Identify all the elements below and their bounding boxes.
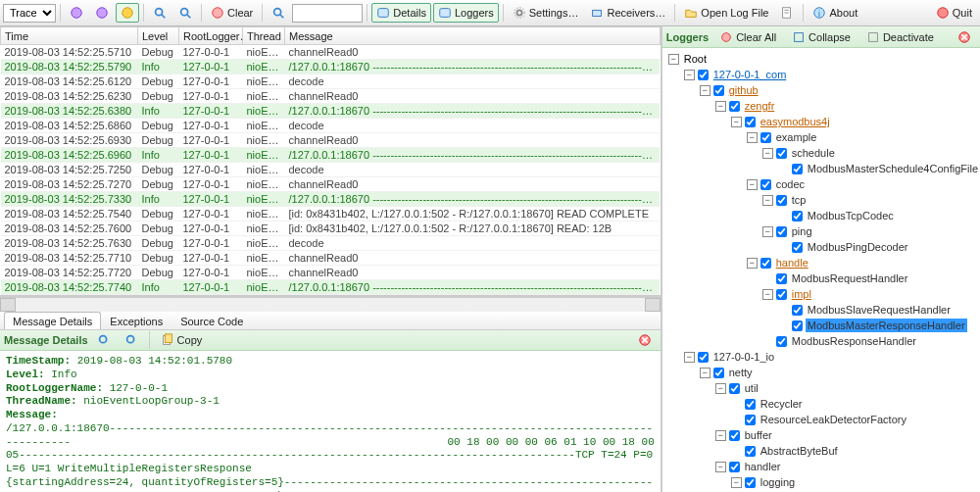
tree-checkbox[interactable] [760,132,771,143]
tree-label[interactable]: 127-0-0-1_com [711,68,789,81]
tree-node[interactable]: −tcp [662,192,980,208]
tree-toggle-icon[interactable]: − [684,352,695,363]
tree-toggle-icon[interactable]: − [715,430,726,441]
tree-node[interactable]: −127-0-0-1_io [662,349,980,365]
tree-node[interactable]: −example [662,129,980,145]
tree-checkbox[interactable] [713,85,724,96]
logger-tree[interactable]: −Root−127-0-0-1_com−github−zengfr−easymo… [662,48,980,492]
tree-toggle-icon[interactable]: − [715,101,726,112]
tree-label[interactable]: logging [759,475,797,489]
tree-label[interactable]: handler [743,460,783,473]
table-row[interactable]: 2019-08-03 14:52:25.6860Debug127-0-0-1ni… [1,119,661,133]
clear-all-button[interactable]: Clear All [714,27,781,47]
tree-toggle-icon[interactable]: − [700,85,710,96]
tree-label[interactable]: schedule [790,146,837,160]
tree-toggle-icon[interactable]: − [762,195,773,206]
tree-label[interactable]: buffer [743,428,774,442]
tree-toggle-icon[interactable]: − [715,462,726,472]
tab-exceptions[interactable]: Exceptions [101,312,172,329]
table-row[interactable]: 2019-08-03 14:52:25.6230Debug127-0-0-1ni… [1,89,661,104]
tree-toggle-icon[interactable]: − [762,289,773,300]
tree-node[interactable]: ModbusSlaveRequestHandler [662,302,980,318]
tree-checkbox[interactable] [745,399,756,410]
tree-node[interactable]: −127-0-0-1_com [662,67,980,82]
tree-toggle-icon[interactable]: − [747,179,758,190]
tree-toggle-icon[interactable]: − [762,226,773,237]
tree-node[interactable]: −netty [662,365,980,380]
tree-checkbox[interactable] [776,336,787,347]
tree-toggle-icon[interactable]: − [731,117,742,127]
table-row[interactable]: 2019-08-03 14:52:25.6120Debug127-0-0-1ni… [1,74,661,89]
zoom-in-button[interactable] [173,3,197,23]
tree-node[interactable]: Recycler [662,396,980,412]
settings-button[interactable]: Settings… [508,3,584,23]
tree-checkbox[interactable] [792,305,803,316]
tree-checkbox[interactable] [745,446,756,457]
tree-label[interactable]: Root [682,52,709,66]
tree-label[interactable]: Recycler [759,397,805,411]
tree-checkbox[interactable] [776,289,787,300]
tree-label[interactable]: handle [774,256,810,270]
nav-first-button[interactable] [65,3,88,23]
tree-toggle-icon[interactable]: − [731,477,742,488]
tree-checkbox[interactable] [729,383,740,394]
copy-button[interactable]: Copy [156,330,208,350]
tree-node[interactable]: −util [662,380,980,396]
tree-checkbox[interactable] [792,320,803,331]
detail-close-button[interactable] [633,330,657,350]
tree-node[interactable]: −handler [662,459,980,474]
tree-toggle-icon[interactable]: − [747,132,758,143]
tree-toggle-icon[interactable]: − [747,258,758,269]
table-row[interactable]: 2019-08-03 14:52:25.7720Debug127-0-0-1ni… [1,266,661,280]
collapse-button[interactable]: Collapse [787,27,856,47]
clear-button[interactable]: Clear [206,3,258,23]
tree-toggle-icon[interactable]: − [762,148,773,159]
tree-checkbox[interactable] [745,117,756,127]
table-row[interactable]: 2019-08-03 14:52:25.7540Debug127-0-0-1ni… [1,207,661,221]
tree-checkbox[interactable] [729,430,740,441]
tree-checkbox[interactable] [745,477,756,488]
table-row[interactable]: 2019-08-03 14:52:25.7250Debug127-0-0-1ni… [1,163,661,177]
tree-label[interactable]: tcp [790,193,808,207]
tree-label[interactable]: zengfr [743,99,777,113]
tree-label[interactable]: 127-0-0-1_io [711,350,776,364]
loggers-toggle[interactable]: Loggers [433,3,499,23]
tree-label[interactable]: ModbusTcpCodec [806,209,896,222]
table-row[interactable]: 2019-08-03 14:52:25.7800Debug127-0-0-1ni… [1,295,661,298]
tree-checkbox[interactable] [729,101,740,112]
table-row[interactable]: 2019-08-03 14:52:25.7330Info127-0-0-1nio… [1,192,661,207]
tree-toggle-icon[interactable]: − [715,383,726,394]
tree-label[interactable]: ModbusPingDecoder [806,240,910,254]
table-row[interactable]: 2019-08-03 14:52:25.5710Debug127-0-0-1ni… [1,45,661,60]
tree-node[interactable]: −schedule [662,145,980,161]
tree-checkbox[interactable] [698,352,709,363]
tree-node[interactable]: AbstractByteBuf [662,443,980,459]
tree-checkbox[interactable] [760,258,771,269]
quit-button[interactable]: Quit [931,3,977,23]
tree-node[interactable]: ModbusMasterResponseHandler [662,318,980,333]
tree-node[interactable]: ResourceLeakDetectorFactory [662,412,980,427]
tree-node[interactable]: −handle [662,255,980,271]
follow-tail-button[interactable] [116,3,139,23]
log-table[interactable]: Time Level RootLogger… Thread Message 20… [0,26,661,297]
open-log-button[interactable]: Open Log File [679,3,773,23]
tree-checkbox[interactable] [776,195,787,206]
detail-zoom-out[interactable] [92,330,116,350]
tree-node[interactable]: −Root [662,51,980,67]
tree-toggle-icon[interactable]: − [668,54,679,65]
tree-node[interactable]: −buffer [662,427,980,443]
table-row[interactable]: 2019-08-03 14:52:25.7630Debug127-0-0-1ni… [1,236,661,251]
table-row[interactable]: 2019-08-03 14:52:25.7710Debug127-0-0-1ni… [1,251,661,266]
tree-checkbox[interactable] [792,242,803,253]
tree-checkbox[interactable] [776,148,787,159]
tree-label[interactable]: ModbusMasterResponseHandler [806,319,967,332]
tree-checkbox[interactable] [745,415,756,425]
tree-node[interactable]: ModbusMasterSchedule4ConfigFile [662,161,980,176]
tree-label[interactable]: github [727,83,760,97]
zoom-out-button[interactable] [148,3,172,23]
about-button[interactable]: iAbout [808,3,862,23]
tree-label[interactable]: easymodbus4j [759,115,832,128]
nav-prev-button[interactable] [90,3,114,23]
tree-node[interactable]: −impl [662,286,980,302]
tree-label[interactable]: ping [790,224,814,238]
